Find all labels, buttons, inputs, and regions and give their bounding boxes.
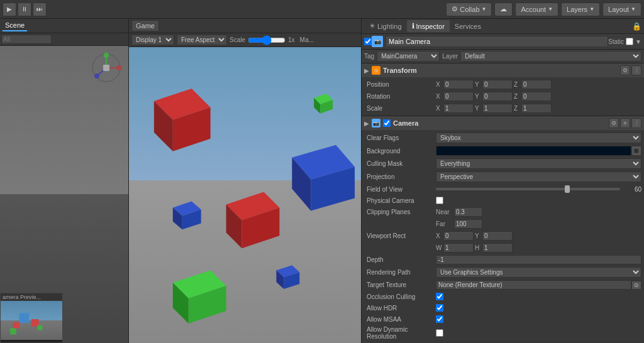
background-color-swatch[interactable] bbox=[436, 146, 631, 156]
game-view[interactable] bbox=[129, 47, 361, 343]
fov-slider-track[interactable] bbox=[436, 188, 620, 190]
main-area: Scene Y X bbox=[0, 19, 644, 343]
svg-rect-14 bbox=[10, 329, 16, 335]
play-button[interactable]: ▶ bbox=[3, 3, 16, 16]
vr-h-field[interactable] bbox=[482, 243, 513, 253]
camera-preview: amera Previe... bbox=[0, 293, 63, 343]
vr-y-field[interactable] bbox=[482, 231, 513, 241]
svg-text:Y: Y bbox=[105, 52, 108, 55]
tab-lighting[interactable]: ☀ Lighting bbox=[364, 20, 407, 32]
rot-y-field[interactable] bbox=[482, 92, 513, 101]
game-panel: Game Display 1 Free Aspect Scale 1x Ma..… bbox=[129, 19, 362, 343]
scale-x-field[interactable] bbox=[443, 104, 474, 113]
camera-buttons: ⚙ ≡ ⋮ bbox=[609, 118, 641, 128]
scale-label: Scale bbox=[230, 36, 245, 43]
transform-overflow-btn[interactable]: ⋮ bbox=[631, 65, 641, 75]
account-button[interactable]: Account ▼ bbox=[515, 3, 558, 16]
projection-select[interactable]: Perspective bbox=[436, 172, 641, 182]
scene-search-input[interactable] bbox=[1, 35, 52, 44]
fov-slider-container: 60 bbox=[436, 186, 641, 193]
pause-button[interactable]: ⏸ bbox=[18, 3, 31, 16]
camera-enabled-checkbox[interactable] bbox=[383, 119, 391, 127]
scene-gizmo: Y X bbox=[91, 52, 122, 84]
scene-view[interactable]: Y X < Persp amera Previe... bbox=[0, 46, 128, 343]
tab-inspector[interactable]: ℹ Inspector bbox=[407, 20, 450, 32]
clipping-far-fields: Far bbox=[436, 219, 641, 229]
inspector-body: 📷 Static ▼ Tag MainCamera Layer Default bbox=[362, 34, 644, 343]
rendering-path-select[interactable]: Use Graphics Settings bbox=[436, 267, 641, 278]
layer-select[interactable]: Default bbox=[460, 51, 641, 62]
inspector-tabs: ☀ Lighting ℹ Inspector Services 🔒 bbox=[362, 19, 644, 34]
game-scene-svg bbox=[129, 47, 361, 343]
scale-slider[interactable] bbox=[248, 35, 286, 45]
pos-z-field[interactable] bbox=[521, 80, 552, 89]
rendering-path-row: Rendering Path Use Graphics Settings bbox=[362, 266, 644, 279]
target-texture-field[interactable] bbox=[436, 280, 631, 290]
pos-y-field[interactable] bbox=[482, 80, 513, 89]
preview-cubes bbox=[1, 301, 62, 340]
display-select[interactable]: Display 1 bbox=[131, 35, 174, 45]
camera-header[interactable]: ▶ 📷 Camera ⚙ ≡ ⋮ bbox=[362, 116, 644, 130]
scale-row: Scale X Y Z bbox=[362, 102, 644, 114]
transform-buttons: ⚙ ⋮ bbox=[620, 65, 641, 75]
static-group: Static ▼ bbox=[608, 38, 641, 45]
far-field[interactable] bbox=[454, 219, 482, 229]
layers-button[interactable]: Layers ▼ bbox=[561, 3, 600, 16]
tab-game[interactable]: Game bbox=[131, 20, 159, 31]
occlusion-culling-checkbox[interactable] bbox=[436, 293, 443, 300]
allow-msaa-row: Allow MSAA bbox=[362, 313, 644, 325]
clear-flags-select[interactable]: Skybox bbox=[436, 133, 641, 143]
background-row: Background ⊞ bbox=[362, 144, 644, 157]
background-color-picker[interactable]: ⊞ bbox=[631, 146, 641, 156]
clipping-planes-row: Clipping Planes Near bbox=[362, 206, 644, 218]
static-checkbox[interactable] bbox=[626, 38, 633, 45]
static-dropdown-arrow[interactable]: ▼ bbox=[635, 38, 641, 45]
clipping-fields: Near bbox=[436, 207, 641, 217]
tab-scene[interactable]: Scene bbox=[3, 20, 27, 31]
tab-services[interactable]: Services bbox=[450, 21, 486, 32]
tag-select[interactable]: MainCamera bbox=[377, 51, 440, 62]
camera-settings-btn[interactable]: ⚙ bbox=[609, 118, 619, 128]
clear-flags-row: Clear Flags Skybox bbox=[362, 131, 644, 144]
step-button[interactable]: ⏭ bbox=[33, 3, 47, 16]
pos-x-field[interactable] bbox=[443, 80, 474, 89]
rot-x-field[interactable] bbox=[443, 92, 474, 101]
viewport-wh-row: W H bbox=[362, 242, 644, 254]
scale-y-field[interactable] bbox=[482, 104, 513, 113]
near-field[interactable] bbox=[454, 207, 482, 217]
transform-header[interactable]: ▶ ⊞ Transform ⚙ ⋮ bbox=[362, 63, 644, 77]
camera-overflow-btn[interactable]: ⋮ bbox=[631, 118, 641, 128]
inspector-lock-button[interactable]: 🔒 bbox=[632, 22, 641, 31]
blue-cube-small-left bbox=[173, 201, 201, 229]
top-toolbar: ▶ ⏸ ⏭ ⚙ Collab ▼ ☁ Account ▼ Layers ▼ La… bbox=[0, 0, 644, 19]
camera-component: ▶ 📷 Camera ⚙ ≡ ⋮ Clear Flags Skybox bbox=[362, 116, 644, 343]
allow-dynamic-checkbox[interactable] bbox=[436, 329, 443, 337]
transform-arrow: ▶ bbox=[364, 67, 369, 74]
layout-button[interactable]: Layout ▼ bbox=[602, 3, 641, 16]
target-texture-pick-btn[interactable]: ⊙ bbox=[631, 281, 641, 290]
physical-camera-checkbox[interactable] bbox=[436, 197, 443, 204]
vr-w-field[interactable] bbox=[443, 243, 474, 253]
allow-hdr-checkbox[interactable] bbox=[436, 304, 443, 312]
camera-preset-btn[interactable]: ≡ bbox=[620, 118, 630, 128]
aspect-select[interactable]: Free Aspect bbox=[177, 35, 227, 45]
transform-settings-btn[interactable]: ⚙ bbox=[620, 65, 630, 75]
cloud-button[interactable]: ☁ bbox=[494, 3, 513, 16]
scale-z-field[interactable] bbox=[521, 104, 552, 113]
depth-field[interactable] bbox=[436, 255, 641, 264]
red-cube-large bbox=[154, 89, 211, 151]
fov-row: Field of View 60 bbox=[362, 183, 644, 195]
object-active-checkbox[interactable] bbox=[364, 38, 372, 45]
svg-rect-9 bbox=[103, 65, 109, 71]
transform-icon: ⊞ bbox=[372, 66, 380, 75]
inspector-icon: ℹ bbox=[412, 22, 414, 30]
vr-x-field[interactable] bbox=[443, 231, 474, 241]
maximize-label: Ma... bbox=[300, 36, 314, 43]
allow-msaa-checkbox[interactable] bbox=[436, 315, 443, 323]
rot-z-field[interactable] bbox=[521, 92, 552, 101]
object-name-input[interactable] bbox=[386, 36, 608, 47]
position-row: Position X Y Z bbox=[362, 79, 644, 90]
culling-mask-select[interactable]: Everything bbox=[436, 158, 641, 169]
collab-button[interactable]: ⚙ Collab ▼ bbox=[446, 3, 492, 16]
object-icon: 📷 bbox=[372, 36, 383, 47]
